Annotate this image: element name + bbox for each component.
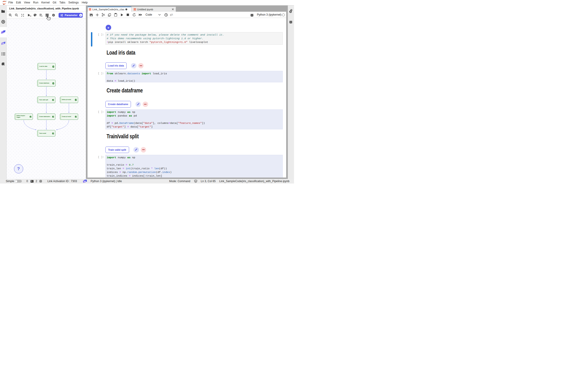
- svg-text:All: All: [30, 15, 31, 17]
- svg-text:git: git: [2, 42, 4, 44]
- svg-text:git: git: [84, 180, 86, 182]
